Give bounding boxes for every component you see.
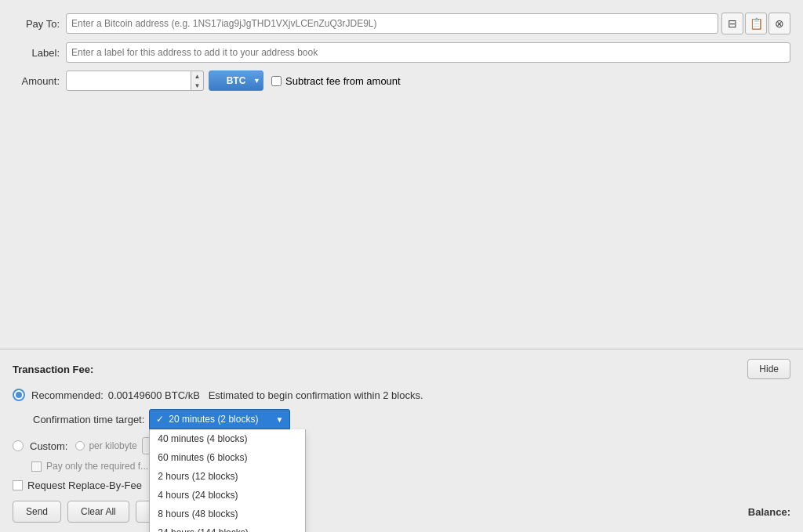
spin-up-icon[interactable]: ▲ (191, 71, 203, 81)
paste-icon: 📋 (750, 17, 763, 30)
pay-only-checkbox[interactable] (31, 461, 42, 472)
pay-to-input[interactable] (66, 13, 718, 34)
confirmation-dropdown-wrapper: ✓ 20 minutes (2 blocks) ▼ 40 minutes (4 … (149, 409, 290, 429)
fee-title: Transaction Fee: (13, 364, 93, 375)
amount-label: Amount: (13, 75, 60, 87)
currency-wrapper: BTC mBTC μBTC ▼ (204, 71, 263, 91)
dropdown-item-4[interactable]: 8 hours (48 blocks) (150, 505, 305, 523)
subtract-fee-label[interactable]: Subtract fee from amount (271, 75, 401, 87)
pay-to-icons: ⊟ 📋 ⊗ (721, 13, 790, 34)
dropdown-item-1[interactable]: 60 minutes (6 blocks) (150, 448, 305, 467)
pay-to-label: Pay To: (13, 18, 60, 30)
recommended-radio[interactable] (13, 389, 25, 401)
top-section: Pay To: ⊟ 📋 ⊗ Label: Amount: (0, 0, 803, 99)
send-button[interactable]: Send (13, 501, 61, 523)
amount-input[interactable] (66, 71, 191, 91)
per-kilobyte-label: per kilobyte (89, 440, 136, 451)
dropdown-item-5[interactable]: 24 hours (144 blocks) (150, 523, 305, 532)
dropdown-arrow-icon: ▼ (275, 415, 283, 424)
dropdown-item-2[interactable]: 2 hours (12 blocks) (150, 467, 305, 486)
currency-select[interactable]: BTC mBTC μBTC (209, 71, 263, 91)
dropdown-item-0[interactable]: 40 minutes (4 blocks) (150, 429, 305, 448)
paste-button[interactable]: 📋 (745, 13, 767, 34)
dropdown-item-3[interactable]: 4 hours (24 blocks) (150, 486, 305, 505)
label-row: Label: (13, 42, 790, 63)
address-book-icon: ⊟ (728, 17, 737, 30)
replace-by-fee-checkbox[interactable] (13, 480, 23, 490)
main-container: Pay To: ⊟ 📋 ⊗ Label: Amount: (0, 0, 803, 532)
pay-only-row: Pay only the required f... (read the too… (31, 461, 790, 472)
subtract-fee-checkbox[interactable] (271, 76, 282, 86)
label-input[interactable] (66, 42, 790, 63)
spin-down-icon[interactable]: ▼ (191, 81, 203, 90)
selected-option-text: 20 minutes (2 blocks) (169, 414, 258, 425)
clear-button[interactable]: ⊗ (768, 13, 790, 34)
custom-radio[interactable] (13, 440, 24, 451)
footer-row: Send Clear All Add R... Balance: (13, 501, 790, 523)
confirmation-row: Confirmation time target: ✓ 20 minutes (… (33, 409, 790, 429)
custom-label: Custom: (30, 440, 67, 452)
replace-by-fee-label: Request Replace-By-Fee (27, 480, 142, 491)
confirmation-dropdown-selected[interactable]: ✓ 20 minutes (2 blocks) ▼ (149, 409, 290, 429)
address-book-button[interactable]: ⊟ (721, 13, 743, 34)
pay-to-row: Pay To: ⊟ 📋 ⊗ (13, 13, 790, 34)
balance-label: Balance: (748, 506, 790, 518)
checkmark-icon: ✓ (156, 414, 164, 425)
subtract-fee-text: Subtract fee from amount (285, 75, 401, 87)
per-kilobyte-radio[interactable] (75, 441, 85, 451)
amount-row: Amount: ▲ ▼ BTC mBTC μBTC ▼ Subtract fee… (13, 71, 790, 91)
custom-row: Custom: per kilobyte ▲ ▼ (13, 437, 790, 454)
recommended-label: Recommended: (31, 389, 104, 401)
confirmation-label: Confirmation time target: (33, 414, 144, 425)
amount-spinner[interactable]: ▲ ▼ (191, 71, 204, 91)
transaction-fee-section: Transaction Fee: Hide Recommended: 0.001… (0, 349, 803, 532)
label-label: Label: (13, 47, 60, 59)
empty-area (0, 99, 803, 349)
fee-rate: 0.00149600 BTC/kB Estimated to begin con… (108, 389, 423, 401)
recommended-row: Recommended: 0.00149600 BTC/kB Estimated… (13, 389, 790, 401)
replace-by-fee-row: Request Replace-By-Fee (13, 480, 790, 491)
hide-button[interactable]: Hide (747, 359, 790, 379)
confirmation-dropdown-list: 40 minutes (4 blocks) 60 minutes (6 bloc… (149, 429, 306, 532)
fee-header: Transaction Fee: Hide (13, 359, 790, 379)
clear-all-button[interactable]: Clear All (67, 501, 129, 523)
clear-icon: ⊗ (775, 17, 784, 30)
